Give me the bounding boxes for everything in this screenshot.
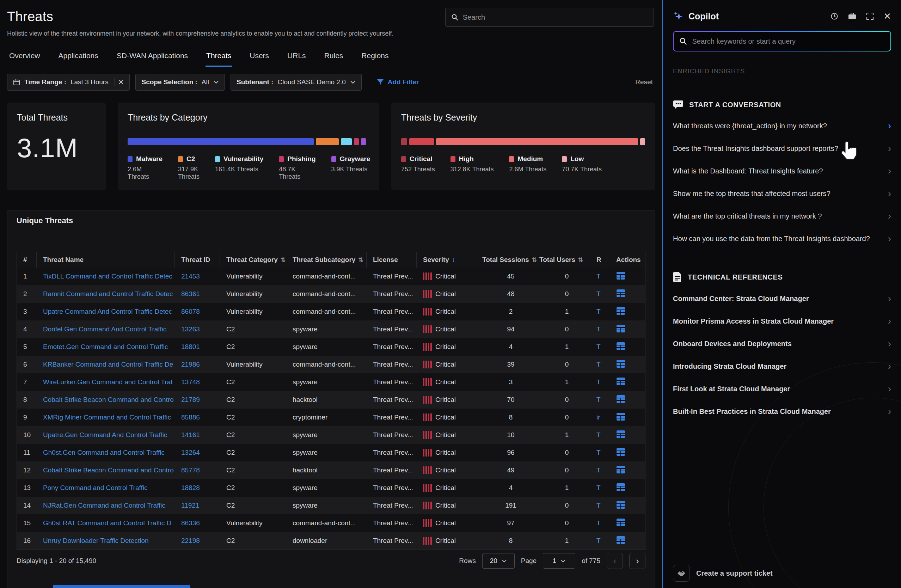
table-actions-icon[interactable] [616, 309, 625, 317]
column-header-threat-name[interactable]: Threat Name [37, 252, 175, 268]
threat-name-link[interactable]: Upatre Command And Control Traffic Detec [37, 308, 175, 315]
r-column-link[interactable]: T [594, 466, 607, 474]
table-actions-icon[interactable] [616, 468, 625, 476]
threat-id-link[interactable]: 86361 [175, 290, 220, 298]
threat-id-link[interactable]: 13263 [175, 325, 220, 333]
threat-id-link[interactable]: 18828 [175, 484, 220, 492]
r-column-link[interactable]: T [594, 290, 607, 298]
threat-id-link[interactable]: 13748 [175, 378, 220, 386]
column-header-severity[interactable]: Severity↓ [417, 252, 482, 268]
page-select[interactable]: 1 [543, 553, 575, 569]
threat-name-link[interactable]: KRBanker Command and Control Traffic De [37, 360, 175, 368]
copilot-question[interactable]: Show me the top threats that affected mo… [673, 182, 891, 205]
table-actions-icon[interactable] [616, 521, 625, 529]
filter-chip-time-range[interactable]: Time Range : Last 3 Hours ✕ [7, 74, 130, 90]
reference-link[interactable]: First Look at Strata Cloud Manager› [673, 377, 891, 400]
r-column-link[interactable]: T [594, 502, 607, 509]
copilot-question[interactable]: What are the top critical threats in my … [673, 205, 891, 228]
table-actions-icon[interactable] [616, 415, 625, 423]
r-column-link[interactable]: T [594, 519, 607, 527]
threat-name-link[interactable]: Cobalt Strike Beacon Command and Contro [37, 396, 175, 404]
column-header-actions[interactable]: Actions [607, 252, 643, 268]
threat-id-link[interactable]: 22198 [175, 537, 220, 544]
tab-users[interactable]: Users [249, 48, 270, 67]
copilot-question[interactable]: Does the Threat Insights dashboard suppo… [673, 137, 891, 160]
expand-icon[interactable] [866, 12, 874, 20]
threat-id-link[interactable]: 14161 [175, 431, 220, 439]
column-header-total-users[interactable]: Total Users⇅ [539, 252, 594, 268]
column-header-threat-subcategory[interactable]: Threat Subcategory⇅ [286, 252, 366, 268]
threat-id-link[interactable]: 11921 [175, 502, 220, 509]
add-filter-button[interactable]: Add Filter [376, 78, 419, 86]
tab-sd-wan-applications[interactable]: SD-WAN Applications [116, 48, 189, 67]
r-column-link[interactable]: T [594, 449, 607, 457]
reset-button[interactable]: Reset [635, 78, 653, 86]
create-support-ticket[interactable]: Create a support ticket [673, 565, 773, 582]
r-column-link[interactable]: T [594, 273, 607, 280]
close-icon[interactable]: ✕ [883, 11, 891, 22]
r-column-link[interactable]: T [594, 343, 607, 351]
threat-id-link[interactable]: 86336 [175, 519, 220, 527]
table-actions-icon[interactable] [616, 451, 625, 458]
tab-threats[interactable]: Threats [206, 48, 232, 67]
reference-link[interactable]: Introducing Strata Cloud Manager› [673, 355, 891, 377]
tab-applications[interactable]: Applications [58, 48, 99, 67]
copilot-search-input[interactable] [692, 37, 885, 45]
threat-name-link[interactable]: Gh0st.Gen Command and Control Traffic [37, 449, 175, 457]
threat-name-link[interactable]: Pony Command and Control Traffic [37, 484, 175, 492]
table-actions-icon[interactable] [616, 433, 625, 440]
threat-name-link[interactable]: Upatre.Gen Command And Control Traffic [37, 431, 175, 439]
table-actions-icon[interactable] [616, 486, 625, 493]
threat-name-link[interactable]: Gh0st RAT Command and Control Traffic D [37, 519, 175, 527]
history-icon[interactable] [830, 12, 839, 20]
threat-name-link[interactable]: TixDLL Command and Control Traffic Detec [37, 273, 175, 280]
table-actions-icon[interactable] [616, 345, 625, 352]
rows-per-page-select[interactable]: 20 [482, 553, 514, 569]
column-header-threat-category[interactable]: Threat Category⇅ [220, 252, 286, 268]
sort-icon[interactable]: ⇅ [532, 256, 537, 264]
column-header-r[interactable]: R [594, 252, 607, 268]
r-column-link[interactable]: T [594, 537, 607, 544]
threat-id-link[interactable]: 13264 [175, 449, 220, 457]
sort-icon[interactable]: ⇅ [281, 256, 285, 264]
table-actions-icon[interactable] [616, 274, 625, 282]
remove-filter-icon[interactable]: ✕ [114, 78, 124, 86]
column-header-license[interactable]: License [366, 252, 417, 268]
threat-id-link[interactable]: 18801 [175, 343, 220, 351]
filter-chip-scope[interactable]: Scope Selection : All [136, 74, 225, 90]
reference-link[interactable]: Monitor Prisma Access in Strata Cloud Ma… [673, 310, 891, 332]
copilot-question[interactable]: What is the Dashboard: Threat Insights f… [673, 160, 891, 182]
tab-urls[interactable]: URLs [287, 48, 307, 67]
r-column-link[interactable]: T [594, 431, 607, 439]
column-header-threat-id[interactable]: Threat ID [175, 252, 220, 268]
next-page-button[interactable]: › [629, 553, 645, 569]
threat-name-link[interactable]: XMRig Miner Command and Control Traffic [37, 413, 175, 421]
r-column-link[interactable]: T [594, 308, 607, 315]
sort-icon[interactable]: ⇅ [358, 256, 363, 264]
copilot-question[interactable]: How can you use the data from the Threat… [673, 228, 891, 250]
table-actions-icon[interactable] [616, 292, 625, 299]
table-actions-icon[interactable] [616, 380, 625, 387]
threat-id-link[interactable]: 86078 [175, 308, 220, 315]
threat-name-link[interactable]: Emotet.Gen Command and Control Traffic [37, 343, 175, 351]
briefcase-icon[interactable] [848, 12, 857, 20]
threat-id-link[interactable]: 21453 [175, 273, 220, 280]
sort-icon[interactable]: ⇅ [578, 256, 583, 264]
threat-id-link[interactable]: 85778 [175, 466, 220, 474]
threat-name-link[interactable]: WireLurker.Gen Command and Control Traf [37, 378, 175, 386]
reference-link[interactable]: Built-In Best Practices in Strata Cloud … [673, 400, 891, 423]
filter-chip-subtenant[interactable]: Subtenant : Cloud SASE Demo 2.0 [231, 74, 362, 90]
copilot-question[interactable]: What threats were {threat_action} in my … [673, 115, 891, 137]
copilot-search[interactable] [673, 32, 890, 51]
table-actions-icon[interactable] [616, 327, 625, 335]
r-column-link[interactable]: T [594, 484, 607, 492]
column-header-total-sessions[interactable]: Total Sessions⇅ [482, 252, 539, 268]
r-column-link[interactable]: ir [594, 413, 607, 421]
r-column-link[interactable]: T [594, 378, 607, 386]
table-actions-icon[interactable] [616, 362, 625, 370]
table-actions-icon[interactable] [616, 504, 625, 511]
tab-rules[interactable]: Rules [324, 48, 344, 67]
tab-overview[interactable]: Overview [8, 48, 41, 67]
prev-page-button[interactable]: ‹ [606, 553, 623, 569]
threat-name-link[interactable]: NJRat.Gen Command and Control Traffic [37, 502, 175, 509]
